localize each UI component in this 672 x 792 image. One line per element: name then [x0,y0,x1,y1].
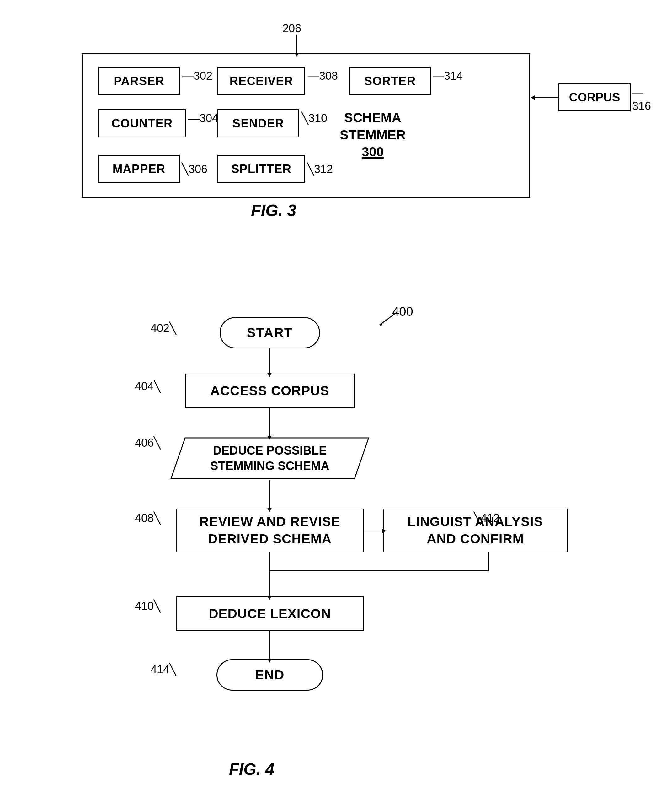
ref-406: 406╲ [135,436,161,449]
ref-414: 414╲ [150,663,176,676]
schema-stemmer-label: SCHEMA STEMMER 300 [340,109,406,161]
review-bottom-line [269,553,270,571]
ref-410: 410╲ [135,600,161,613]
ref-310: ╲310 [301,112,327,125]
access-corpus-node: ACCESS CORPUS [185,374,355,408]
arrow-deduce-review [269,480,270,508]
ref-314: —314 [433,69,463,83]
fig3-area: 206 PARSER —302 COUNTER —304 MAPPER ╲306 [63,19,612,213]
arrow-206 [296,35,297,53]
arrow-400-svg [373,311,398,327]
arrow-review-deduce-lexicon [269,571,270,596]
fig4-area: 400 402╲ START 404╲ ACCESS CORPUS 406╲ [63,276,612,779]
sender-box: SENDER [218,109,299,138]
diagram-container: 206 PARSER —302 COUNTER —304 MAPPER ╲306 [0,0,672,792]
corpus-box: CORPUS [558,83,630,111]
end-node: END [216,659,323,691]
fig3-title: FIG. 3 [251,201,296,220]
ref-308: —308 [308,69,338,83]
counter-box: COUNTER [98,109,186,138]
schema-stemmer-box: PARSER —302 COUNTER —304 MAPPER ╲306 REC… [82,53,530,198]
ref-206-label: 206 [282,22,301,35]
arrow-access-deduce [269,408,270,436]
ref-404: 404╲ [135,380,161,393]
start-node: START [219,317,320,348]
splitter-box: SPLITTER [218,155,305,183]
arrow-start-access [269,348,270,374]
deduce-lexicon-node: DEDUCE LEXICON [176,596,364,631]
review-schema-node: REVIEW AND REVISE DERIVED SCHEMA [176,508,364,553]
mapper-box: MAPPER [98,155,180,183]
ref-306: ╲306 [182,163,207,176]
ref-316: —316 [632,86,651,113]
linguist-node: LINGUIST ANALYSIS AND CONFIRM [383,508,568,553]
arrow-lexicon-end [269,631,270,659]
linguist-bottom-line [488,553,489,571]
svg-line-0 [379,313,397,325]
ref-408: 408╲ [135,512,161,525]
receiver-box: RECEIVER [218,67,305,95]
ref-402: 402╲ [150,322,176,335]
ref-302: —302 [182,69,213,83]
bottom-h-line [269,571,489,571]
arrow-to-corpus [531,97,559,98]
parser-box: PARSER [98,67,180,95]
deduce-schema-node: DEDUCE POSSIBLE STEMMING SCHEMA [170,436,370,480]
h-connector-right [364,531,383,531]
fig4-title: FIG. 4 [229,760,274,779]
ref-312: ╲312 [307,163,333,176]
sorter-box: SORTER [349,67,431,95]
ref-304: —304 [188,112,218,125]
